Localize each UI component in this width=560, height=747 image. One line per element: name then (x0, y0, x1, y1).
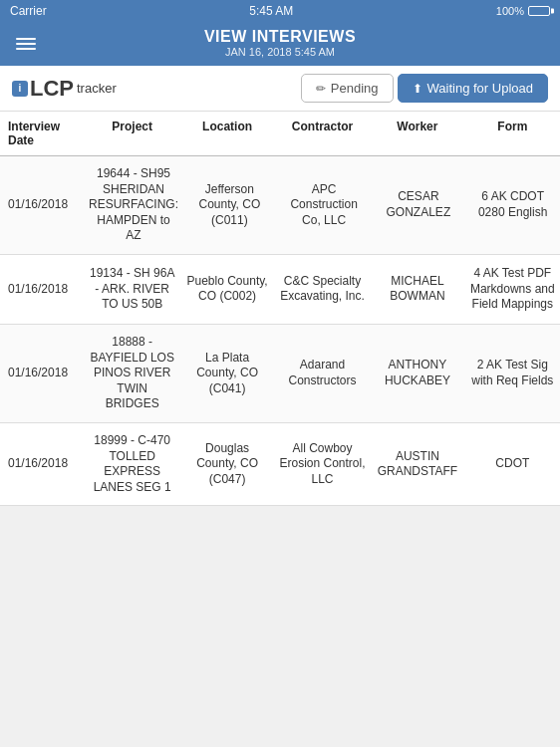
waiting-tab[interactable]: ⬆ Waiting for Upload (398, 74, 548, 103)
row2-worker: MICHAEL BOWMAN (370, 264, 464, 315)
row1-worker: CESAR GONZALEZ (372, 179, 466, 230)
table-row[interactable]: 01/16/2018 18999 - C-470 TOLLED EXPRESS … (0, 423, 560, 506)
carrier-label: Carrier (10, 4, 47, 18)
row2-project: 19134 - SH 96A - ARK. RIVER TO US 50B (85, 256, 179, 323)
interviews-table: Interview Date Project Location Contract… (0, 112, 560, 506)
col-contractor: Contractor (275, 112, 370, 155)
status-bar: Carrier 5:45 AM 100% (0, 0, 560, 22)
col-form: Form (465, 112, 560, 155)
row4-form: CDOT (465, 446, 560, 482)
waiting-tab-label: Waiting for Upload (427, 81, 533, 96)
menu-line-1 (16, 38, 36, 40)
row1-contractor: APC Construction Co, LLC (277, 172, 372, 239)
pencil-icon: ✏ (316, 82, 326, 96)
menu-line-2 (16, 43, 36, 45)
row4-worker: AUSTIN GRANDSTAFF (370, 439, 464, 490)
row3-worker: ANTHONY HUCKABEY (370, 348, 464, 398)
row1-location: Jefferson County, CO (C011) (182, 172, 277, 239)
logo-tracker: tracker (77, 81, 117, 96)
row3-project: 18888 - BAYFIELD LOS PINOS RIVER TWIN BR… (85, 325, 179, 422)
tab-buttons: ✏ Pending ⬆ Waiting for Upload (301, 74, 548, 103)
pending-tab-label: Pending (331, 81, 379, 96)
row2-location: Pueblo County, CO (C002) (179, 264, 274, 315)
row3-date: 01/16/2018 (0, 356, 85, 391)
row1-form: 6 AK CDOT 0280 English (465, 179, 560, 230)
logo-i: i (12, 81, 28, 97)
row4-project: 18999 - C-470 TOLLED EXPRESS LANES SEG 1 (85, 423, 179, 505)
logo-bar: i LCPtracker ✏ Pending ⬆ Waiting for Upl… (0, 66, 560, 112)
col-date: Interview Date (0, 112, 85, 155)
upload-icon: ⬆ (413, 82, 422, 96)
table-row[interactable]: 01/16/2018 19134 - SH 96A - ARK. RIVER T… (0, 255, 560, 325)
app-header: VIEW INTERVIEWS JAN 16, 2018 5:45 AM (0, 22, 560, 66)
pending-tab[interactable]: ✏ Pending (301, 74, 394, 103)
battery-percent: 100% (496, 5, 524, 17)
row2-contractor: C&C Specialty Excavating, Inc. (275, 264, 370, 315)
row3-contractor: Adarand Constructors (275, 348, 370, 398)
row2-form: 4 AK Test PDF Markdowns and Field Mappin… (465, 256, 560, 323)
table-row[interactable]: 01/16/2018 19644 - SH95 SHERIDAN RESURFA… (0, 156, 560, 255)
col-worker: Worker (370, 112, 464, 155)
battery-icon (528, 6, 550, 16)
logo-lcp: LCP (30, 78, 74, 100)
row4-location: Douglas County, CO (C047) (179, 431, 274, 498)
col-location: Location (179, 112, 274, 155)
time-label: 5:45 AM (47, 4, 496, 18)
table-row[interactable]: 01/16/2018 18888 - BAYFIELD LOS PINOS RI… (0, 325, 560, 423)
col-project: Project (85, 112, 179, 155)
row1-date: 01/16/2018 (0, 187, 85, 223)
row3-form: 2 AK Test Sig with Req Fields (465, 348, 560, 398)
row2-date: 01/16/2018 (0, 272, 85, 308)
row3-location: La Plata County, CO (C041) (179, 341, 274, 407)
header-title: VIEW INTERVIEWS (10, 28, 550, 46)
table-header: Interview Date Project Location Contract… (0, 112, 560, 156)
row4-date: 01/16/2018 (0, 446, 85, 482)
battery-area: 100% (496, 5, 550, 17)
logo: i LCPtracker (12, 78, 117, 100)
row1-project: 19644 - SH95 SHERIDAN RESURFACING: HAMPD… (85, 156, 182, 254)
header-subtitle: JAN 16, 2018 5:45 AM (10, 46, 550, 58)
row4-contractor: All Cowboy Erosion Control, LLC (275, 431, 370, 498)
